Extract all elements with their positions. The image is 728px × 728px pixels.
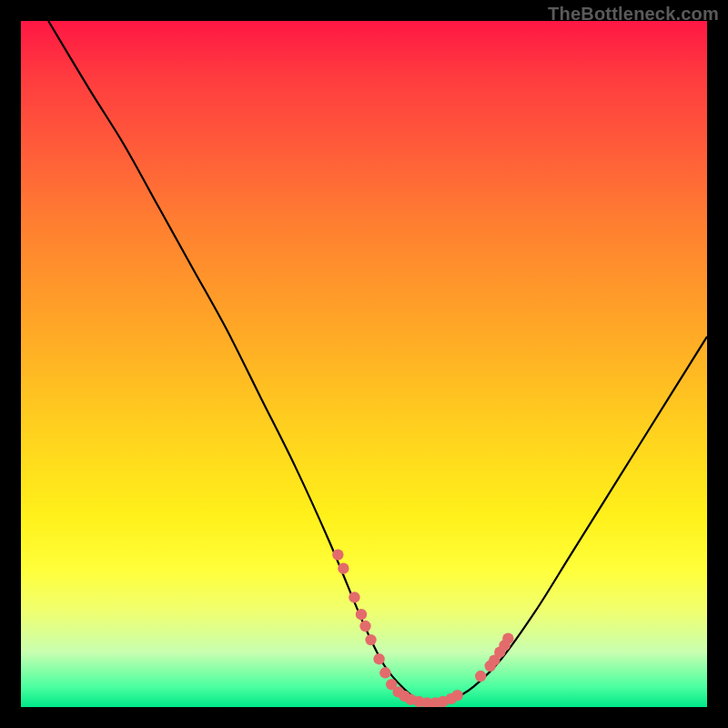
- highlight-dots: [332, 549, 513, 707]
- highlight-dot: [356, 609, 367, 620]
- highlight-dot: [359, 621, 370, 632]
- chart-frame: TheBottleneck.com: [0, 0, 728, 728]
- highlight-dot: [349, 592, 359, 602]
- highlight-dot: [365, 634, 376, 645]
- plot-area: [21, 21, 707, 707]
- highlight-dot: [373, 653, 384, 664]
- curve-line: [48, 21, 707, 703]
- highlight-dot: [379, 667, 390, 678]
- highlight-dot: [338, 562, 349, 573]
- highlight-dot: [502, 632, 513, 643]
- highlight-dot: [475, 671, 486, 682]
- highlight-dot: [451, 690, 462, 701]
- chart-svg: [21, 21, 707, 707]
- highlight-dot: [332, 549, 343, 560]
